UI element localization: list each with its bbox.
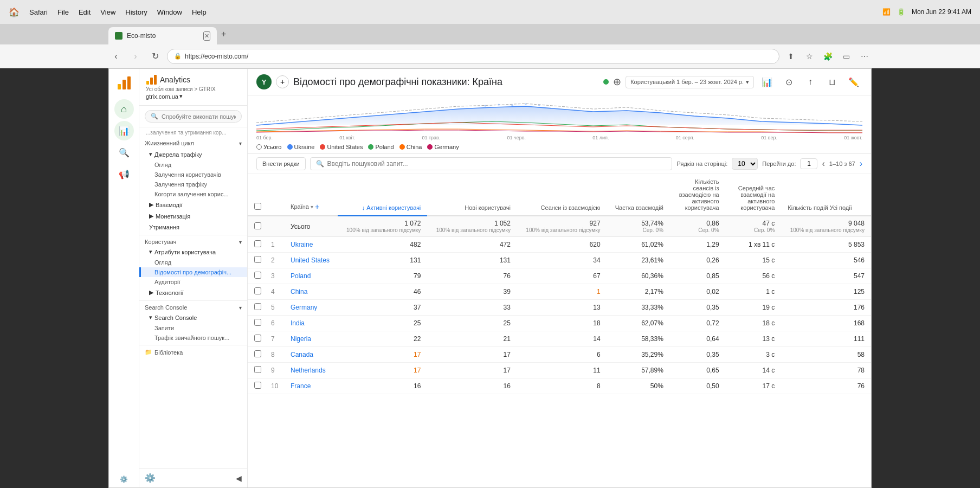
row-country-7[interactable]: Canada — [284, 347, 338, 363]
technologies-item[interactable]: ▶ Технології — [139, 287, 247, 298]
extensions-button[interactable]: 🧩 — [821, 49, 835, 63]
user-acquisition-item[interactable]: Залучення користувачів — [139, 170, 247, 179]
table-search-wrapper[interactable]: 🔍 — [310, 157, 673, 170]
legend-us[interactable]: United States — [320, 144, 363, 150]
share-report-button[interactable]: ↑ — [802, 73, 819, 91]
sessions-header[interactable]: Сеанси із взаємодісю — [517, 174, 607, 216]
user-overview-item[interactable]: Огляд — [139, 258, 247, 267]
row-country-2[interactable]: Poland — [284, 268, 338, 284]
menu-safari[interactable]: Safari — [29, 8, 48, 16]
row-checkbox-4[interactable] — [254, 303, 261, 310]
row-country-3[interactable]: China — [284, 284, 338, 300]
bookmark-button[interactable]: ☆ — [802, 49, 816, 63]
legend-ukraine[interactable]: Ukraine — [287, 144, 315, 150]
row-checkbox-0[interactable] — [254, 240, 261, 247]
add-comparison-button[interactable]: + — [276, 75, 289, 88]
row-country-6[interactable]: Nigeria — [284, 331, 338, 347]
traffic-acquisition-item[interactable]: Залучення трафіку — [139, 179, 247, 189]
chart-type-button[interactable]: 📊 — [758, 73, 776, 91]
user-attributes-item[interactable]: ▾ Атрибути користувача — [139, 246, 247, 258]
row-checkbox-5[interactable] — [254, 319, 261, 326]
legend-poland[interactable]: Poland — [368, 144, 394, 150]
menu-history[interactable]: History — [125, 8, 147, 16]
search-console-item[interactable]: ▾ Search Console — [139, 312, 247, 323]
row-checkbox-8[interactable] — [254, 366, 261, 373]
select-all-checkbox[interactable] — [254, 203, 261, 210]
engagement-item[interactable]: ▶ Взаємодії — [139, 199, 247, 210]
row-checkbox-2[interactable] — [254, 272, 261, 279]
demographics-active-item[interactable]: Відомості про демографіч... — [139, 267, 247, 277]
row-checkbox-7[interactable] — [254, 350, 261, 357]
prev-page-button[interactable]: ‹ — [822, 159, 824, 169]
user-section-header[interactable]: Користувач ▾ — [139, 235, 247, 246]
row-country-1[interactable]: United States — [284, 253, 338, 268]
row-country-0[interactable]: Ukraine — [284, 237, 338, 253]
property-label[interactable]: gtrix.com.ua ▾ — [146, 93, 241, 100]
row-checkbox-1[interactable] — [254, 256, 261, 263]
library-item[interactable]: 📁 Бібліотека — [139, 345, 247, 357]
country-header[interactable]: Країна ▾ + — [284, 174, 338, 216]
date-range-picker[interactable]: Користувацький 1 бер. – 23 жовт. 2024 р.… — [626, 76, 754, 88]
audiences-item[interactable]: Аудиторії — [139, 277, 247, 287]
active-users-header[interactable]: ↓ Активні користувачі — [338, 174, 428, 216]
events-header[interactable]: Кількість подій Усі події — [781, 174, 871, 216]
address-bar[interactable]: 🔒 https://eco-misto.com/ — [167, 49, 779, 64]
traffic-sources-item[interactable]: ▾ Джерела трафіку — [139, 149, 247, 160]
search-console-section-header[interactable]: Search Console ▾ — [139, 300, 247, 312]
cohorts-item[interactable]: Когорти залучення корис... — [139, 189, 247, 199]
select-all-header[interactable] — [248, 174, 268, 216]
row-country-8[interactable]: Netherlands — [284, 363, 338, 378]
menu-view[interactable]: View — [100, 8, 115, 16]
legend-china[interactable]: China — [399, 144, 422, 150]
row-country-5[interactable]: India — [284, 316, 338, 331]
menu-window[interactable]: Window — [157, 8, 182, 16]
total-checkbox[interactable] — [254, 222, 261, 229]
nav-reports-icon[interactable]: 📊 — [114, 121, 134, 140]
engagement-rate-header[interactable]: Частка взаємодій — [607, 174, 670, 216]
back-button[interactable]: ‹ — [108, 49, 124, 64]
sidebar-toggle-button[interactable]: ▭ — [839, 49, 853, 63]
add-metric-button[interactable]: ⊕ — [613, 76, 621, 88]
menu-help[interactable]: Help — [192, 8, 207, 16]
row-country-9[interactable]: France — [284, 378, 338, 394]
nav-advertising-icon[interactable]: 📢 — [114, 164, 134, 184]
row-checkbox-3[interactable] — [254, 287, 261, 294]
reload-button[interactable]: ↻ — [147, 49, 163, 64]
add-row-button[interactable]: Внести рядки — [256, 157, 306, 170]
queries-item[interactable]: Запити — [139, 323, 247, 333]
share-button[interactable]: ⬆ — [784, 49, 798, 63]
nav-settings-icon[interactable]: ⚙️ — [120, 476, 128, 483]
legend-germany[interactable]: Germany — [427, 144, 459, 150]
compare-button[interactable]: ⊙ — [780, 73, 797, 91]
tab-close-button[interactable]: ✕ — [203, 31, 210, 41]
nav-home-icon[interactable]: ⌂ — [114, 99, 134, 119]
collapse-sidebar-button[interactable]: ◀ — [236, 474, 242, 483]
legend-total[interactable]: Усього — [256, 144, 282, 150]
sidebar-search-input[interactable] — [162, 113, 236, 120]
sessions-per-user-header[interactable]: Кількість сеансів із взаємодісю на актив… — [670, 174, 726, 216]
lifecycle-header[interactable]: Жиизненний цикл ▾ — [139, 138, 247, 149]
more-options-button[interactable]: ⋯ — [858, 49, 872, 63]
row-country-4[interactable]: Germany — [284, 300, 338, 316]
next-page-button[interactable]: › — [860, 159, 862, 169]
retention-item[interactable]: Утримання — [139, 222, 247, 233]
traffic-overview-item[interactable]: Огляд — [139, 160, 247, 170]
active-tab[interactable]: Eco-misto ✕ — [108, 27, 217, 44]
forward-button[interactable]: › — [128, 49, 143, 64]
customize-button[interactable]: ⊔ — [823, 73, 841, 91]
row-checkbox-9[interactable] — [254, 382, 261, 389]
add-column-button[interactable]: + — [315, 202, 319, 211]
avg-time-header[interactable]: Середній час взаємодії на активного кори… — [726, 174, 782, 216]
table-search-input[interactable] — [327, 160, 667, 168]
new-users-header[interactable]: Нові користувачі — [427, 174, 517, 216]
monetization-item[interactable]: ▶ Монетизація — [139, 210, 247, 222]
edit-button[interactable]: ✏️ — [845, 73, 862, 91]
menu-edit[interactable]: Edit — [79, 8, 91, 16]
menu-file[interactable]: File — [57, 8, 69, 16]
settings-button[interactable]: ⚙️ — [145, 473, 156, 483]
row-checkbox-6[interactable] — [254, 335, 261, 342]
rows-per-page-select[interactable]: 10 25 50 — [732, 158, 758, 170]
organic-traffic-item[interactable]: Трафік звичайного пошук... — [139, 333, 247, 343]
goto-input[interactable] — [800, 158, 817, 169]
apple-menu[interactable]: 🏠 — [9, 7, 20, 17]
